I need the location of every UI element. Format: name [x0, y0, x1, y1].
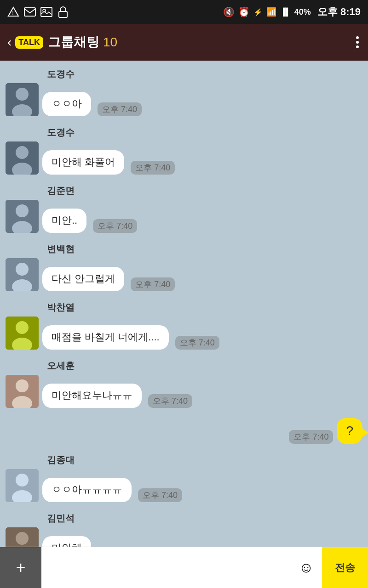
message-timestamp: 오후 7:40	[131, 277, 175, 291]
message-input[interactable]	[41, 547, 290, 588]
chat-message: 변백현 다신 안그럴게 오후 7:40	[6, 243, 362, 291]
lock-icon	[57, 6, 69, 18]
menu-dot	[356, 36, 359, 39]
message-timestamp: 오후 7:40	[98, 102, 142, 116]
wifi-icon: 📶	[266, 7, 276, 17]
svg-point-28	[16, 532, 29, 545]
avatar[interactable]	[6, 469, 39, 502]
avatar[interactable]	[6, 141, 39, 175]
message-timestamp: 오후 7:40	[175, 336, 219, 350]
svg-rect-2	[24, 8, 35, 16]
plus-button[interactable]: +	[0, 547, 41, 588]
message-bubble: 미안해	[42, 536, 91, 547]
avatar[interactable]	[6, 317, 39, 350]
chat-message: 김민석 미안해 오후 7:40	[6, 512, 362, 547]
alarm-icon: ⏰	[238, 6, 250, 17]
message-row: 미안.. 오후 7:40	[6, 200, 362, 233]
message-bubble: ㅇㅇ아ㅠㅠㅠㅠ	[42, 478, 132, 502]
emoji-button[interactable]: ☺	[290, 547, 322, 588]
status-bar: ! 🔇 ⏰	[0, 0, 368, 24]
message-row: 미안해 화풀어 오후 7:40	[6, 141, 362, 175]
message-row: ㅇㅇ아ㅠㅠㅠㅠ 오후 7:40	[6, 469, 362, 502]
chat-area: 도경수 ㅇㅇ아 오후 7:40 도경수	[0, 61, 368, 547]
sender-name: 김종대	[47, 454, 362, 466]
avatar[interactable]	[6, 375, 39, 408]
message-bubble: 매점을 바칠게 너에게....	[42, 325, 169, 350]
my-message-timestamp: 오후 7:40	[289, 430, 333, 444]
svg-point-19	[16, 321, 29, 334]
svg-rect-3	[41, 7, 52, 17]
warning-icon: !	[7, 6, 19, 18]
message-bubble: 미안..	[42, 209, 86, 233]
message-bubble: 다신 안그럴게	[42, 267, 124, 291]
mute-icon: 🔇	[223, 6, 235, 17]
chat-message: 도경수 ㅇㅇ아 오후 7:40	[6, 68, 362, 116]
message-timestamp: 오후 7:40	[131, 161, 175, 175]
send-button[interactable]: 전송	[322, 547, 368, 588]
sender-name: 도경수	[47, 126, 362, 139]
chat-message: 김종대 ㅇㅇ아ㅠㅠㅠㅠ 오후 7:40	[6, 454, 362, 502]
message-timestamp: 오후 7:40	[148, 394, 192, 408]
svg-point-10	[16, 146, 29, 159]
menu-dot	[356, 41, 359, 44]
svg-rect-5	[59, 11, 67, 17]
header: ‹ TALK 그룹채팅 10	[0, 24, 368, 61]
chat-message: 김준면 미안.. 오후 7:40	[6, 185, 362, 233]
avatar[interactable]	[6, 527, 39, 547]
message-row: 다신 안그럴게 오후 7:40	[6, 258, 362, 291]
more-menu-button[interactable]	[356, 36, 359, 48]
chat-message: 도경수 미안해 화풀어 오후 7:40	[6, 126, 362, 175]
message-timestamp: 오후 7:40	[93, 219, 137, 233]
message-row: 매점을 바칠게 너에게.... 오후 7:40	[6, 317, 362, 350]
sender-name: 변백현	[47, 243, 362, 255]
status-time: 오후 8:19	[317, 5, 361, 19]
back-button[interactable]: ‹	[7, 35, 12, 50]
message-bubble: 미안해 화풀어	[42, 150, 124, 175]
message-timestamp: 오후 7:40	[138, 488, 182, 502]
mail-icon	[24, 6, 36, 18]
my-chat-message: 오후 7:40 ?	[6, 418, 362, 444]
avatar[interactable]	[6, 200, 39, 233]
svg-point-7	[16, 88, 29, 101]
sender-name: 도경수	[47, 68, 362, 80]
status-icons-left: !	[7, 6, 69, 18]
sender-name: 김민석	[47, 512, 362, 525]
bottom-bar: + ☺ 전송	[0, 547, 368, 588]
avatar[interactable]	[6, 83, 39, 116]
message-row: 미안해 오후 7:40	[6, 527, 362, 547]
status-right: 🔇 ⏰ ⚡ 📶 ▐▌ 40% 오후 8:19	[223, 5, 361, 19]
message-bubble: 미안해요누나ㅠㅠ	[42, 384, 142, 408]
message-row: 미안해요누나ㅠㅠ 오후 7:40	[6, 375, 362, 408]
battery-text: 40%	[294, 7, 311, 17]
svg-point-25	[16, 474, 29, 486]
svg-point-16	[16, 263, 29, 276]
message-row: ㅇㅇ아 오후 7:40	[6, 83, 362, 116]
svg-point-13	[16, 204, 29, 217]
sender-name: 박찬열	[47, 301, 362, 314]
my-message-bubble: ?	[337, 418, 362, 444]
chat-message: 박찬열 매점을 바칠게 너에게.... 오후 7:40	[6, 301, 362, 350]
header-title: 그룹채팅	[48, 34, 99, 51]
signal-icon: ▐▌	[280, 8, 291, 16]
data-icon: ⚡	[253, 8, 263, 17]
sender-name: 김준면	[47, 185, 362, 197]
svg-text:!: !	[12, 10, 13, 16]
avatar[interactable]	[6, 258, 39, 291]
chat-message: 오세훈 미안해요누나ㅠㅠ 오후 7:40	[6, 360, 362, 408]
menu-dot	[356, 45, 359, 48]
sender-name: 오세훈	[47, 360, 362, 372]
svg-point-22	[16, 379, 29, 392]
image-icon	[40, 6, 52, 18]
header-count: 10	[103, 35, 117, 50]
talk-badge: TALK	[15, 36, 43, 49]
message-bubble: ㅇㅇ아	[42, 92, 91, 116]
